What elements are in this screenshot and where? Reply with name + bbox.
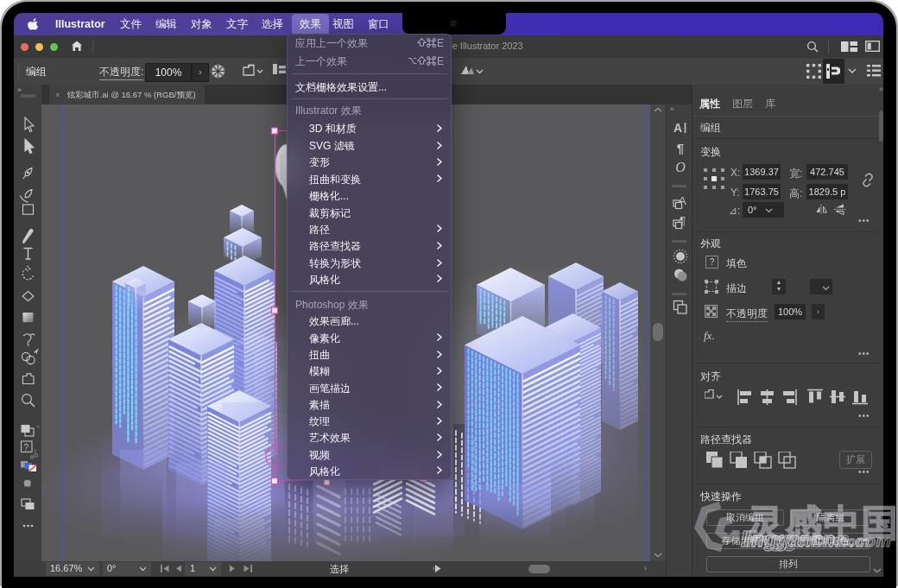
svg-text:A: A: [674, 121, 682, 135]
svg-text:?: ?: [24, 443, 29, 452]
